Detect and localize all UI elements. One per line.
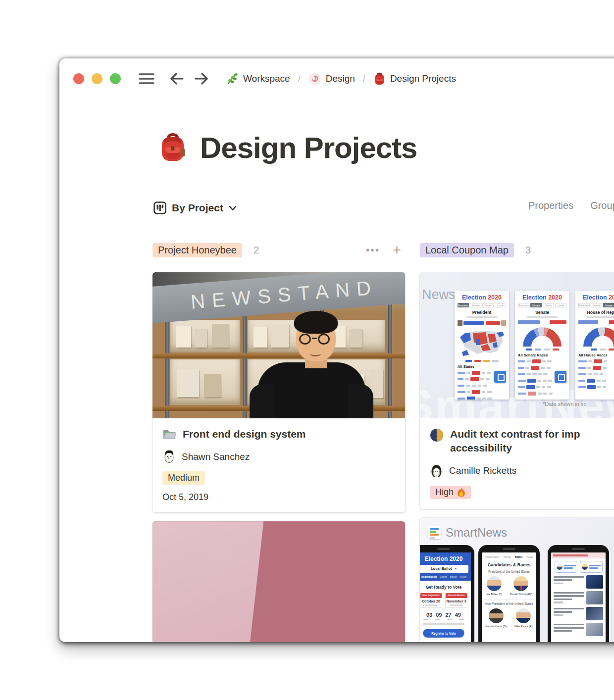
card-title-row: Audit text contrast for imp accessibilit… xyxy=(430,427,614,455)
mock-table-title: All House Races xyxy=(578,353,614,357)
group-by-label: Group by xyxy=(590,200,614,211)
assignee-name: Shawn Sanchez xyxy=(182,451,250,462)
mock-name: Kamala Harris (D) xyxy=(486,625,507,628)
column-add-button[interactable]: + xyxy=(393,243,401,257)
mock-tab: Ballot xyxy=(515,555,522,558)
zoom-button[interactable] xyxy=(110,73,121,84)
newsstand-sign-text: NEWSSTAND xyxy=(190,276,379,313)
mock-dropdown: Local Ballot xyxy=(431,566,452,571)
mock-tab: Registration xyxy=(485,555,499,558)
mock-countdown: 03 xyxy=(426,612,432,618)
mock-footnote-text: *Data shown in so xyxy=(543,401,587,407)
mock-share-button xyxy=(494,371,506,383)
chevron-down-icon xyxy=(229,205,237,211)
forward-arrow-icon[interactable] xyxy=(194,72,209,85)
mock-magazine xyxy=(254,327,267,348)
priority-badge: Medium xyxy=(162,471,205,485)
mock-tab: Voting xyxy=(503,555,511,558)
mock-table-title: All Senate Races xyxy=(518,353,566,357)
mock-photo-harris xyxy=(489,608,504,623)
mock-phone-screenshot-senate: Election 2020 President Senate House Loc… xyxy=(515,291,569,400)
backpack-icon[interactable] xyxy=(158,132,187,163)
card-title: Audit text contrast for imp accessibilit… xyxy=(450,427,580,455)
mock-tab: Local xyxy=(555,303,566,307)
breadcrumb-separator: / xyxy=(361,74,367,84)
mock-title: Election xyxy=(522,294,547,301)
card-smartnews-phones[interactable]: SmartNews Election 2020 Local Ballot ▾ xyxy=(420,518,614,642)
card-title-line: accessibility xyxy=(450,441,580,455)
mock-tab: Ballot xyxy=(450,575,457,578)
breadcrumb-item-design-projects[interactable]: Design Projects xyxy=(373,72,456,86)
column-more-button[interactable]: ••• xyxy=(366,244,380,256)
mock-corner-text: News xyxy=(422,287,456,302)
hamburger-menu-icon[interactable] xyxy=(139,73,154,85)
mock-title: 2020 xyxy=(488,294,502,301)
mock-card-title: Voter Registration xyxy=(420,593,442,598)
mock-card-date: November 3 xyxy=(446,600,467,603)
mock-photo-biden xyxy=(487,576,502,591)
mock-tab: President xyxy=(518,303,529,307)
mock-shelf-board xyxy=(153,353,405,358)
card-cover-pink-paper xyxy=(153,521,405,642)
mock-phone-candidates: Registration Voting Ballot News Candidat… xyxy=(478,545,540,642)
mock-house-arc-chart xyxy=(583,327,614,347)
group-by-button[interactable]: Group by Projec xyxy=(590,200,614,211)
view-name: By Project xyxy=(172,202,223,214)
card-cover-smartnews: SmartNews Election 2020 Local Ballot ▾ xyxy=(420,518,614,642)
column-name-badge[interactable]: Local Coupon Map xyxy=(420,243,514,257)
card-assignee-row: Shawn Sanchez xyxy=(162,450,395,464)
properties-button[interactable]: Properties xyxy=(528,200,573,211)
priority-badge: High xyxy=(430,486,471,499)
breadcrumb-item-design[interactable]: Design xyxy=(308,72,355,85)
mock-countdown: 09 xyxy=(436,612,442,618)
breadcrumb-separator: / xyxy=(297,74,302,84)
mock-shelf-post xyxy=(388,301,392,418)
mock-magazine xyxy=(350,329,362,348)
close-button[interactable] xyxy=(73,73,84,84)
card-front-end-design-system[interactable]: NEWSSTAND xyxy=(153,272,405,512)
app-window: Workspace / Design / Design Projects Des… xyxy=(59,58,614,642)
minimize-button[interactable] xyxy=(92,73,102,84)
card-cover-newsstand-photo: NEWSSTAND xyxy=(153,272,405,418)
card-title-line: Audit text contrast for imp xyxy=(450,427,580,441)
mock-table-title: All States xyxy=(458,364,506,369)
card-assignee-row: Camille Ricketts xyxy=(430,464,614,478)
mock-magazine xyxy=(195,329,207,348)
breadcrumb-label: Design xyxy=(326,73,355,84)
breadcrumb-item-workspace[interactable]: Workspace xyxy=(226,72,290,85)
mock-pink-light-half xyxy=(153,521,405,642)
mock-us-map xyxy=(458,328,506,358)
column-header: Project Honeybee 2 ••• + xyxy=(153,242,405,258)
mock-name: Donald Trump (R)* xyxy=(510,593,532,596)
mock-title: Election xyxy=(583,294,607,301)
priority-label: High xyxy=(435,487,454,498)
mock-photo-pence xyxy=(516,608,531,623)
mock-heading: Candidates & Races xyxy=(482,562,536,567)
mock-photo-trump xyxy=(513,576,528,591)
herb-icon xyxy=(226,72,239,85)
mock-person-glasses xyxy=(299,334,311,345)
mock-smartnews-logo: SmartNews xyxy=(428,526,507,540)
mock-magazine xyxy=(204,374,221,397)
mock-phone-newsfeed xyxy=(548,545,609,642)
mock-person-glasses-bridge xyxy=(312,338,317,339)
card-audit-text-contrast[interactable]: SmartNews News Election 2020 President S… xyxy=(420,272,614,509)
mock-name: Joe Biden (D) xyxy=(486,593,502,596)
card-pink-paper[interactable] xyxy=(153,521,405,642)
mock-title: 2020 xyxy=(609,294,614,301)
mock-person-glasses xyxy=(318,334,330,345)
card-title-row: Front end design system xyxy=(162,427,395,441)
view-switcher[interactable]: By Project xyxy=(154,201,237,214)
mock-tab: Senate xyxy=(470,303,481,307)
avatar-shawn-sanchez xyxy=(162,450,176,464)
mock-tab: Registration xyxy=(421,575,437,578)
column-name-badge[interactable]: Project Honeybee xyxy=(153,243,242,257)
back-arrow-icon[interactable] xyxy=(169,72,184,85)
mock-tab: Local xyxy=(495,303,506,307)
mock-magazine xyxy=(176,326,191,348)
board-column-project-honeybee: Project Honeybee 2 ••• + xyxy=(153,242,405,642)
column-count: 2 xyxy=(254,245,259,256)
kanban-board: Project Honeybee 2 ••• + xyxy=(153,242,614,642)
page-title[interactable]: Design Projects xyxy=(200,131,417,165)
assignee-name: Camille Ricketts xyxy=(449,465,516,476)
